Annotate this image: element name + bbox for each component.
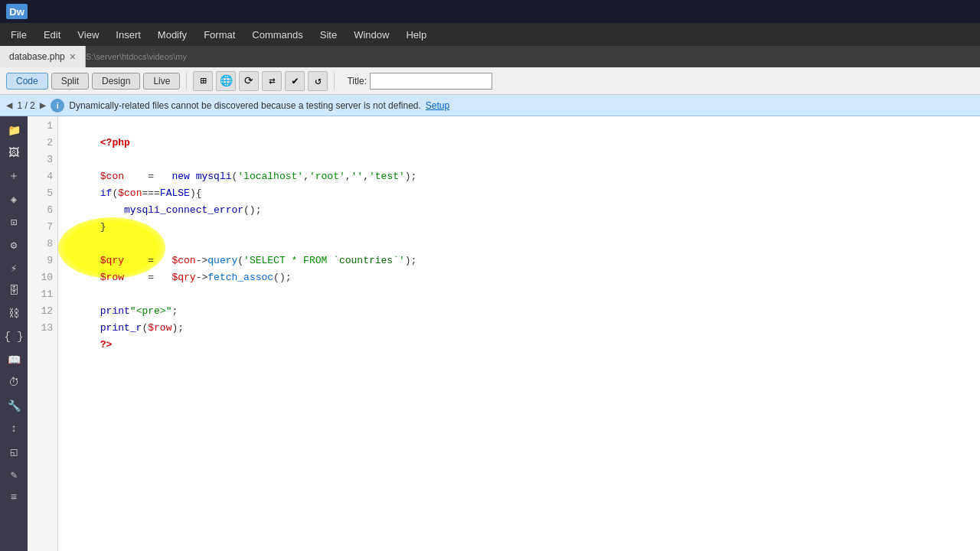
sync2-icon[interactable]: ↕	[3, 418, 24, 439]
line-num-11: 11	[28, 286, 53, 303]
line-num-3: 3	[28, 152, 53, 168]
code-view-button[interactable]: Code	[6, 73, 48, 90]
menu-file[interactable]: File	[3, 26, 34, 44]
code-line-5: mysqli_connect_error();	[64, 185, 980, 202]
menu-window[interactable]: Window	[346, 26, 397, 44]
line-num-8: 8	[28, 236, 53, 253]
app-logo: Dw	[6, 4, 28, 19]
main-area: 📁 🖼 ＋ ◈ ⊡ ⚙ ⚡ 🗄 ⛓ { } 📖 ⏱ 🔧 ↕ ◱ ✎ ≡ 1 2 …	[0, 116, 980, 551]
line-num-6: 6	[28, 202, 53, 219]
title-bar: Dw	[0, 0, 980, 23]
extra-icon[interactable]: ✎	[3, 464, 24, 485]
line-num-13: 13	[28, 320, 53, 337]
line-num-2: 2	[28, 135, 53, 152]
menu-format[interactable]: Format	[196, 26, 243, 44]
sync-icon[interactable]: ⇄	[262, 71, 282, 91]
menu-insert[interactable]: Insert	[108, 26, 149, 44]
title-input[interactable]	[370, 73, 492, 90]
code-line-13: ?>	[64, 320, 980, 337]
css-icon[interactable]: ◈	[3, 188, 24, 210]
extra2-icon[interactable]: ≡	[3, 487, 24, 508]
databases-icon[interactable]: 🗄	[3, 280, 24, 302]
line-num-1: 1	[28, 118, 53, 135]
info-icon: i	[51, 99, 64, 112]
components-icon[interactable]: ⚙	[3, 234, 24, 256]
assets-icon[interactable]: 🖼	[3, 142, 24, 164]
toolbar: Code Split Design Live ⊞ 🌐 ⟳ ⇄ ✔ ↺ Title…	[0, 67, 980, 95]
tab-database-php[interactable]: database.php ×	[0, 46, 86, 67]
code-line-2	[64, 135, 980, 152]
nav-prev-button[interactable]: ◀	[6, 99, 12, 112]
references-icon[interactable]: 📖	[3, 349, 24, 370]
line-numbers: 1 2 3 4 5 6 7 8 9 10 11 12 13	[28, 116, 58, 551]
tools-icon[interactable]: 🔧	[3, 395, 24, 416]
code-line-1: <?php	[64, 118, 980, 135]
menu-modify[interactable]: Modify	[150, 26, 194, 44]
files-icon[interactable]: 📁	[3, 119, 24, 141]
layers-icon[interactable]: ⊡	[3, 211, 24, 233]
code-editor[interactable]: <?php $con = new mysqli('localhost','roo…	[58, 116, 980, 551]
behaviors-icon[interactable]: ⚡	[3, 257, 24, 279]
menu-commands[interactable]: Commands	[244, 26, 310, 44]
code-line-3: $con = new mysqli('localhost','root','',…	[64, 152, 980, 168]
code-line-8: $qry = $con->query('SELECT * FROM `count…	[64, 236, 980, 253]
tab-bar: database.php × S:\server\htdocs\videos\m…	[0, 46, 980, 67]
toolbar-divider-1	[186, 73, 187, 90]
menu-help[interactable]: Help	[398, 26, 434, 44]
multiscreen-icon[interactable]: ⊞	[193, 71, 213, 91]
line-num-10: 10	[28, 269, 53, 286]
toolbar-divider-2	[334, 73, 335, 90]
bindings-icon[interactable]: ⛓	[3, 303, 24, 324]
page-indicator: 1 / 2	[17, 100, 34, 111]
info-message: Dynamically-related files cannot be disc…	[69, 100, 421, 111]
snippets-icon[interactable]: { }	[3, 326, 24, 347]
left-sidebar: 📁 🖼 ＋ ◈ ⊡ ⚙ ⚡ 🗄 ⛓ { } 📖 ⏱ 🔧 ↕ ◱ ✎ ≡	[0, 116, 28, 551]
code-line-10	[64, 269, 980, 286]
menu-bar: File Edit View Insert Modify Format Comm…	[0, 23, 980, 46]
design-view-button[interactable]: Design	[92, 73, 140, 90]
menu-site[interactable]: Site	[312, 26, 345, 44]
file-path: S:\server\htdocs\videos\my	[86, 46, 980, 67]
code-line-11: print"<pre>";	[64, 286, 980, 303]
nav-next-button[interactable]: ▶	[40, 99, 46, 112]
code-line-7	[64, 219, 980, 236]
split-view-button[interactable]: Split	[51, 73, 89, 90]
validate-icon[interactable]: ✔	[285, 71, 305, 91]
info-bar: ◀ 1 / 2 ▶ i Dynamically-related files ca…	[0, 95, 980, 116]
code-line-9: $row = $qry->fetch_assoc();	[64, 253, 980, 269]
code-line-4: if($con===FALSE){	[64, 168, 980, 185]
title-label: Title:	[347, 76, 367, 86]
menu-view[interactable]: View	[70, 26, 106, 44]
tab-close-button[interactable]: ×	[70, 51, 76, 62]
live-view-button[interactable]: Live	[143, 73, 180, 90]
line-num-7: 7	[28, 219, 53, 236]
history-icon[interactable]: ⏱	[3, 372, 24, 393]
line-num-5: 5	[28, 185, 53, 202]
refresh-icon[interactable]: ⟳	[239, 71, 259, 91]
insert-icon[interactable]: ＋	[3, 165, 24, 187]
preview-icon[interactable]: 🌐	[216, 71, 236, 91]
undo-icon[interactable]: ↺	[308, 71, 328, 91]
tab-filename: database.php	[9, 51, 65, 62]
line-num-4: 4	[28, 168, 53, 185]
code-line-12: print_r($row);	[64, 303, 980, 320]
setup-link[interactable]: Setup	[426, 100, 449, 111]
templates-icon[interactable]: ◱	[3, 441, 24, 462]
menu-edit[interactable]: Edit	[36, 26, 68, 44]
code-line-6: }	[64, 202, 980, 219]
line-num-9: 9	[28, 253, 53, 269]
line-num-12: 12	[28, 303, 53, 320]
